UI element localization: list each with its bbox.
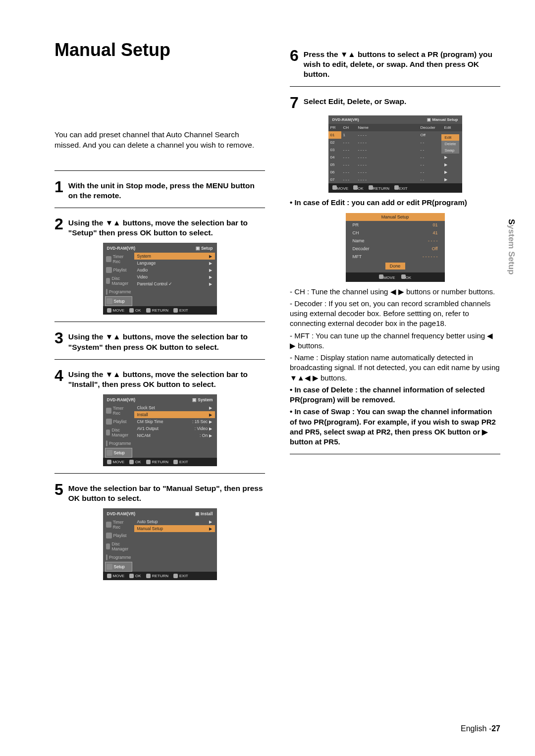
exit-icon: [394, 185, 399, 190]
edit-title: Manual Setup: [346, 213, 445, 221]
menu-row: Parental Control ✓▶: [134, 280, 215, 287]
crumb: ▣ Manual Setup: [427, 117, 458, 122]
step-text: Select Edit, Delete, or Swap.: [304, 95, 407, 110]
menu-row: CM Skip Time: 15 Sec ▶: [134, 418, 215, 425]
ok-icon: [129, 460, 134, 464]
move-icon: [379, 274, 383, 279]
step-3: 3 Using the ▼▲ buttons, move the selecti…: [54, 330, 265, 352]
intro-text: You can add preset channel that Auto Cha…: [54, 130, 265, 151]
crumb: ▣ System: [192, 397, 213, 402]
crumb: ▣ Install: [195, 511, 213, 516]
sidebar-item: Setup: [105, 296, 132, 306]
edit-row: CH41: [346, 229, 445, 237]
osd-install-screen: DVD-RAM(VR) ▣ Install Timer RecPlaylistD…: [103, 508, 217, 580]
edit-row: DecoderOff: [346, 245, 445, 253]
notes-block: - CH : Tune the channel using ◀ ▶ button…: [290, 287, 500, 447]
table-header: PR CH Name Decoder Edit: [328, 124, 462, 131]
osd-manual-table: DVD-RAM(VR) ▣ Manual Setup PR CH Name De…: [328, 115, 462, 193]
table-row: 07- - -- - - -- -▶: [328, 176, 462, 183]
menu-row: Install ▶: [134, 411, 215, 418]
note-edit-header: • In case of Edit : you can add or edit …: [290, 198, 500, 208]
move-icon: [107, 460, 111, 464]
exit-icon: [173, 460, 178, 464]
sidebar-item: Timer Rec: [105, 518, 132, 531]
sidebar-item: Disc Manager: [105, 426, 132, 439]
step-number: 5: [54, 482, 63, 503]
menu-row: Clock Set ▶: [134, 404, 215, 411]
note-ch: - CH : Tune the channel using ◀ ▶ button…: [290, 287, 500, 297]
step-1: 1 With the unit in Stop mode, press the …: [54, 179, 265, 201]
step-2: 2 Using the ▼▲ buttons, move the selecti…: [54, 216, 265, 238]
step-text: Move the selection bar to "Manual Setup"…: [68, 482, 265, 503]
sidebar-item: Timer Rec: [105, 253, 132, 266]
table-row: 04- - -- - - -- -▶: [328, 154, 462, 161]
step-text: Using the ▼▲ buttons, move the selection…: [68, 330, 265, 352]
sidebar-item: Programme: [105, 553, 132, 562]
note-mft: - MFT : You can tune up the channel freq…: [290, 331, 500, 351]
menu-row: Auto Setup▶: [134, 518, 215, 525]
step-number: 2: [54, 216, 63, 238]
return-icon: [146, 460, 151, 464]
sidebar-item: Playlist: [105, 531, 132, 540]
sidebar-item: Timer Rec: [105, 404, 132, 417]
ok-icon: [129, 574, 134, 578]
osd-system-screen: DVD-RAM(VR) ▣ System Timer RecPlaylistDi…: [103, 394, 217, 466]
osd-setup-screen: DVD-RAM(VR) ▣ Setup Timer RecPlaylistDis…: [103, 243, 217, 315]
sidebar-item: Disc Manager: [105, 540, 132, 553]
return-icon: [146, 574, 151, 578]
exit-icon: [173, 308, 178, 313]
disc-label: DVD-RAM(VR): [107, 246, 136, 251]
move-icon: [107, 574, 111, 578]
step-text: With the unit in Stop mode, press the ME…: [68, 179, 265, 201]
step-6: 6 Press the ▼▲ buttons to select a PR (p…: [290, 48, 500, 79]
note-delete: • In case of Delete : the channel inform…: [290, 385, 500, 405]
step-number: 6: [290, 48, 299, 79]
menu-row: Video▶: [134, 273, 215, 280]
side-tab: System Setup: [506, 219, 516, 274]
right-column: 6 Press the ▼▲ buttons to select a PR (p…: [290, 40, 500, 585]
edit-row: Name- - - -: [346, 237, 445, 245]
sidebar-item: Playlist: [105, 417, 132, 426]
note-swap: • In case of Swap : You can swap the cha…: [290, 407, 500, 447]
menu-row: NICAM: On ▶: [134, 432, 215, 439]
menu-row: Audio▶: [134, 267, 215, 273]
delete-option: Delete: [441, 141, 459, 147]
sidebar-item: Programme: [105, 439, 132, 448]
return-icon: [146, 308, 151, 313]
move-icon: [107, 308, 111, 313]
menu-row: Language▶: [134, 260, 215, 267]
ok-icon: [353, 185, 358, 190]
sidebar-item: Programme: [105, 287, 132, 296]
ok-icon: [401, 274, 406, 279]
menu-row: System▶: [134, 253, 215, 260]
done-button: Done: [385, 263, 405, 270]
note-name: - Name : Display station name automatica…: [290, 353, 500, 383]
step-number: 1: [54, 179, 63, 201]
page-footer: English -27: [461, 724, 500, 733]
sidebar-item: Playlist: [105, 266, 132, 274]
step-4: 4 Using the ▼▲ buttons, move the selecti…: [54, 368, 265, 389]
step-number: 3: [54, 330, 63, 352]
ok-icon: [129, 308, 134, 313]
table-row: 05- - -- - - -- -▶: [328, 161, 462, 168]
edit-row: MFT- - - - - -: [346, 253, 445, 261]
step-number: 7: [290, 95, 299, 110]
disc-label: DVD-RAM(VR): [107, 511, 136, 516]
disc-label: DVD-RAM(VR): [332, 117, 359, 122]
table-row: 06- - -- - - -- -▶: [328, 168, 462, 176]
step-text: Using the ▼▲ buttons, move the selection…: [68, 368, 265, 389]
edit-option: Edit: [441, 134, 459, 141]
menu-row: AV1 Output: Video ▶: [134, 425, 215, 432]
return-icon: [369, 185, 373, 190]
left-column: Manual Setup You can add preset channel …: [54, 40, 265, 585]
disc-label: DVD-RAM(VR): [107, 397, 136, 402]
step-5: 5 Move the selection bar to "Manual Setu…: [54, 482, 265, 503]
sidebar-item: Disc Manager: [105, 274, 132, 287]
osd-edit-screen: Manual Setup PR01CH41Name- - - -DecoderO…: [346, 213, 445, 282]
menu-row: Manual Setup▶: [134, 525, 215, 532]
sidebar-item: Setup: [105, 448, 132, 458]
sidebar-item: Setup: [105, 562, 132, 572]
edit-row: PR01: [346, 221, 445, 229]
step-text: Press the ▼▲ buttons to select a PR (pro…: [304, 48, 500, 79]
exit-icon: [173, 574, 178, 578]
